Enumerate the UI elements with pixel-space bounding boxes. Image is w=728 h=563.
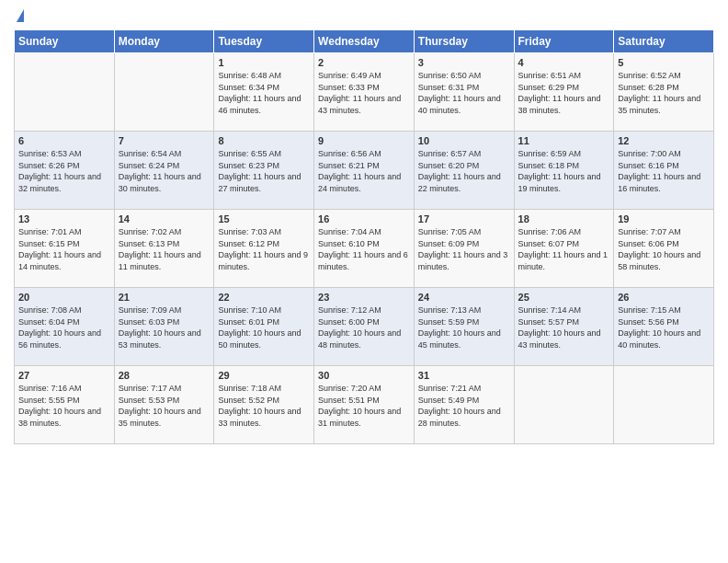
logo [14, 9, 24, 22]
day-number: 19 [618, 213, 710, 224]
day-info: Sunrise: 7:13 AMSunset: 5:59 PMDaylight:… [418, 304, 510, 350]
day-number: 4 [518, 57, 610, 68]
calendar-cell: 9Sunrise: 6:56 AMSunset: 6:21 PMDaylight… [314, 132, 415, 210]
day-number: 10 [418, 135, 510, 146]
day-header: Wednesday [314, 30, 415, 53]
day-number: 3 [418, 57, 510, 68]
day-info: Sunrise: 7:04 AMSunset: 6:10 PMDaylight:… [318, 226, 410, 272]
day-info: Sunrise: 6:57 AMSunset: 6:20 PMDaylight:… [418, 148, 510, 194]
day-number: 12 [618, 135, 710, 146]
calendar-cell: 16Sunrise: 7:04 AMSunset: 6:10 PMDayligh… [314, 210, 415, 288]
calendar-cell: 13Sunrise: 7:01 AMSunset: 6:15 PMDayligh… [15, 210, 115, 288]
day-info: Sunrise: 7:06 AMSunset: 6:07 PMDaylight:… [518, 226, 610, 272]
day-info: Sunrise: 7:15 AMSunset: 5:56 PMDaylight:… [618, 304, 710, 350]
day-info: Sunrise: 6:56 AMSunset: 6:21 PMDaylight:… [318, 148, 410, 194]
day-number: 20 [18, 292, 110, 303]
day-info: Sunrise: 7:21 AMSunset: 5:49 PMDaylight:… [418, 383, 510, 429]
day-number: 11 [518, 135, 610, 146]
day-number: 15 [218, 213, 310, 224]
day-info: Sunrise: 7:12 AMSunset: 6:00 PMDaylight:… [318, 304, 410, 350]
calendar-cell: 6Sunrise: 6:53 AMSunset: 6:26 PMDaylight… [15, 132, 115, 210]
calendar-cell: 10Sunrise: 6:57 AMSunset: 6:20 PMDayligh… [414, 132, 514, 210]
day-info: Sunrise: 7:01 AMSunset: 6:15 PMDaylight:… [18, 226, 110, 272]
calendar-cell: 1Sunrise: 6:48 AMSunset: 6:34 PMDaylight… [214, 53, 314, 132]
day-info: Sunrise: 7:02 AMSunset: 6:13 PMDaylight:… [119, 226, 210, 272]
calendar-cell [114, 53, 214, 132]
day-header: Saturday [614, 30, 714, 53]
day-info: Sunrise: 6:52 AMSunset: 6:28 PMDaylight:… [618, 70, 710, 116]
calendar-cell: 5Sunrise: 6:52 AMSunset: 6:28 PMDaylight… [614, 53, 714, 132]
day-info: Sunrise: 7:05 AMSunset: 6:09 PMDaylight:… [418, 226, 510, 272]
page-container: SundayMondayTuesdayWednesdayThursdayFrid… [0, 0, 728, 458]
day-number: 23 [318, 292, 410, 303]
calendar-cell: 26Sunrise: 7:15 AMSunset: 5:56 PMDayligh… [614, 288, 714, 366]
calendar-cell: 11Sunrise: 6:59 AMSunset: 6:18 PMDayligh… [514, 132, 614, 210]
day-number: 24 [418, 292, 510, 303]
day-number: 5 [618, 57, 710, 68]
day-header: Monday [114, 30, 214, 53]
day-info: Sunrise: 7:08 AMSunset: 6:04 PMDaylight:… [18, 304, 110, 350]
calendar-week-row: 27Sunrise: 7:16 AMSunset: 5:55 PMDayligh… [15, 366, 714, 444]
calendar-cell: 30Sunrise: 7:20 AMSunset: 5:51 PMDayligh… [314, 366, 415, 444]
calendar-cell [514, 366, 614, 444]
calendar-cell: 8Sunrise: 6:55 AMSunset: 6:23 PMDaylight… [214, 132, 314, 210]
day-number: 14 [119, 213, 210, 224]
day-info: Sunrise: 6:48 AMSunset: 6:34 PMDaylight:… [218, 70, 310, 116]
calendar-cell: 4Sunrise: 6:51 AMSunset: 6:29 PMDaylight… [514, 53, 614, 132]
day-number: 16 [318, 213, 410, 224]
calendar-cell: 2Sunrise: 6:49 AMSunset: 6:33 PMDaylight… [314, 53, 415, 132]
day-number: 28 [119, 370, 210, 381]
day-info: Sunrise: 7:09 AMSunset: 6:03 PMDaylight:… [119, 304, 210, 350]
calendar-cell: 17Sunrise: 7:05 AMSunset: 6:09 PMDayligh… [414, 210, 514, 288]
calendar-cell: 3Sunrise: 6:50 AMSunset: 6:31 PMDaylight… [414, 53, 514, 132]
day-info: Sunrise: 6:50 AMSunset: 6:31 PMDaylight:… [418, 70, 510, 116]
calendar-cell: 27Sunrise: 7:16 AMSunset: 5:55 PMDayligh… [15, 366, 115, 444]
calendar-cell: 12Sunrise: 7:00 AMSunset: 6:16 PMDayligh… [614, 132, 714, 210]
day-header: Thursday [414, 30, 514, 53]
day-number: 31 [418, 370, 510, 381]
day-info: Sunrise: 7:00 AMSunset: 6:16 PMDaylight:… [618, 148, 710, 194]
calendar-cell: 23Sunrise: 7:12 AMSunset: 6:00 PMDayligh… [314, 288, 415, 366]
day-info: Sunrise: 6:53 AMSunset: 6:26 PMDaylight:… [18, 148, 110, 194]
day-number: 7 [119, 135, 210, 146]
calendar-cell: 25Sunrise: 7:14 AMSunset: 5:57 PMDayligh… [514, 288, 614, 366]
day-info: Sunrise: 7:14 AMSunset: 5:57 PMDaylight:… [518, 304, 610, 350]
calendar-cell: 28Sunrise: 7:17 AMSunset: 5:53 PMDayligh… [114, 366, 214, 444]
day-info: Sunrise: 6:54 AMSunset: 6:24 PMDaylight:… [119, 148, 210, 194]
calendar-week-row: 13Sunrise: 7:01 AMSunset: 6:15 PMDayligh… [15, 210, 714, 288]
calendar-cell: 31Sunrise: 7:21 AMSunset: 5:49 PMDayligh… [414, 366, 514, 444]
day-header: Sunday [15, 30, 115, 53]
calendar-cell: 24Sunrise: 7:13 AMSunset: 5:59 PMDayligh… [414, 288, 514, 366]
day-info: Sunrise: 7:20 AMSunset: 5:51 PMDaylight:… [318, 383, 410, 429]
day-info: Sunrise: 7:10 AMSunset: 6:01 PMDaylight:… [218, 304, 310, 350]
calendar-cell: 21Sunrise: 7:09 AMSunset: 6:03 PMDayligh… [114, 288, 214, 366]
day-number: 22 [218, 292, 310, 303]
day-info: Sunrise: 6:51 AMSunset: 6:29 PMDaylight:… [518, 70, 610, 116]
calendar-week-row: 1Sunrise: 6:48 AMSunset: 6:34 PMDaylight… [15, 53, 714, 132]
calendar-cell [614, 366, 714, 444]
calendar-week-row: 6Sunrise: 6:53 AMSunset: 6:26 PMDaylight… [15, 132, 714, 210]
day-number: 8 [218, 135, 310, 146]
header-row: SundayMondayTuesdayWednesdayThursdayFrid… [15, 30, 714, 53]
calendar-cell: 20Sunrise: 7:08 AMSunset: 6:04 PMDayligh… [15, 288, 115, 366]
header [14, 9, 714, 22]
day-info: Sunrise: 6:59 AMSunset: 6:18 PMDaylight:… [518, 148, 610, 194]
day-info: Sunrise: 7:17 AMSunset: 5:53 PMDaylight:… [119, 383, 210, 429]
day-number: 21 [119, 292, 210, 303]
calendar-cell: 22Sunrise: 7:10 AMSunset: 6:01 PMDayligh… [214, 288, 314, 366]
day-number: 13 [18, 213, 110, 224]
day-number: 9 [318, 135, 410, 146]
calendar-week-row: 20Sunrise: 7:08 AMSunset: 6:04 PMDayligh… [15, 288, 714, 366]
day-number: 6 [18, 135, 110, 146]
day-number: 29 [218, 370, 310, 381]
day-info: Sunrise: 7:16 AMSunset: 5:55 PMDaylight:… [18, 383, 110, 429]
calendar-table: SundayMondayTuesdayWednesdayThursdayFrid… [14, 29, 714, 444]
day-number: 17 [418, 213, 510, 224]
day-number: 25 [518, 292, 610, 303]
day-info: Sunrise: 6:49 AMSunset: 6:33 PMDaylight:… [318, 70, 410, 116]
day-number: 26 [618, 292, 710, 303]
day-info: Sunrise: 7:03 AMSunset: 6:12 PMDaylight:… [218, 226, 310, 272]
day-number: 30 [318, 370, 410, 381]
day-info: Sunrise: 7:18 AMSunset: 5:52 PMDaylight:… [218, 383, 310, 429]
calendar-cell: 29Sunrise: 7:18 AMSunset: 5:52 PMDayligh… [214, 366, 314, 444]
